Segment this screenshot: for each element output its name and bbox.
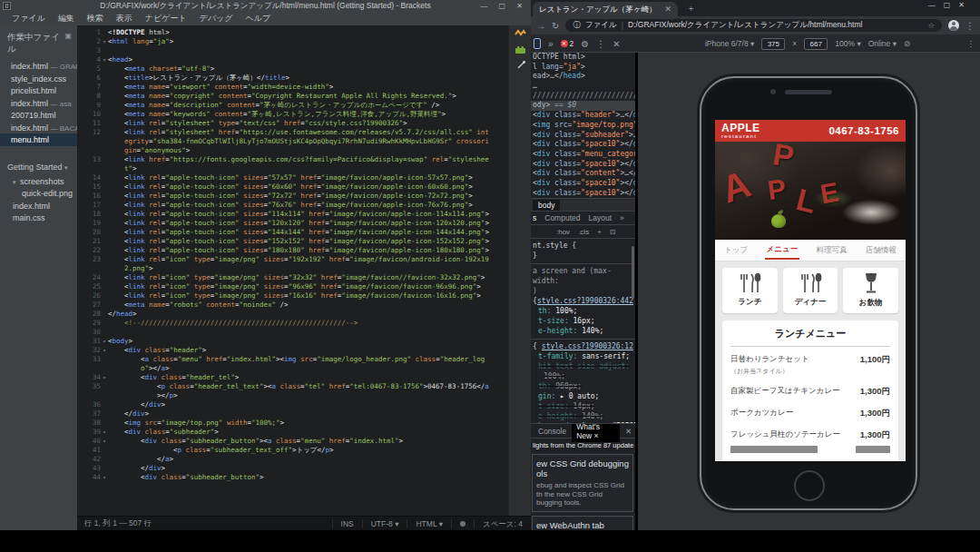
nav-tab-0[interactable]: トップ: [722, 242, 750, 259]
dom-tree-row[interactable]: OCTYPE html>: [531, 53, 635, 63]
split-view-icon[interactable]: ▣: [64, 32, 72, 55]
brackets-titlebar[interactable]: [] D:/GRAFIX/work/クライアント/レストランアップル/html/…: [0, 0, 531, 12]
css-property[interactable]: e-height: 140%;: [531, 411, 635, 421]
styles-filter-token[interactable]: :hov: [556, 228, 570, 236]
tab-styles[interactable]: s: [533, 213, 536, 222]
nav-tab-2[interactable]: 料理写真: [815, 242, 849, 259]
tab-computed[interactable]: Computed: [544, 213, 580, 222]
code-editor[interactable]: 1<!DOCTYPE html>2▾<html lang="ja">3 4▾<h…: [77, 25, 508, 516]
working-file-item[interactable]: index.html — GRAFI: [0, 60, 77, 73]
profile-avatar[interactable]: [948, 20, 959, 31]
tree-item-index.html[interactable]: index.html: [0, 200, 77, 212]
breadcrumb-body[interactable]: body: [533, 200, 560, 211]
more-tabs-icon[interactable]: »: [548, 39, 554, 49]
fold-marker-icon[interactable]: ▾: [101, 473, 108, 482]
dom-tree-row[interactable]: <div class="space10"></div>: [531, 160, 635, 170]
indent-setting[interactable]: スペース: 4: [474, 519, 531, 528]
whats-new-card[interactable]: ew WebAuthn tabulate authenticators and: [532, 516, 633, 531]
dom-tree-row[interactable]: <div class="space10"></div>: [531, 179, 635, 189]
dom-tree-row[interactable]: <div class="content">…</div>: [531, 169, 635, 179]
dom-tree-row[interactable]: <div class="subheader">…</div: [531, 131, 635, 141]
tree-item-main.css[interactable]: main.css: [0, 212, 77, 224]
menubar-item-デバッグ[interactable]: デバッグ: [193, 12, 240, 25]
network-throttle-select[interactable]: Online ▾: [868, 39, 897, 48]
menubar-item-編集[interactable]: 編集: [52, 12, 81, 25]
tab-close-icon[interactable]: ✕: [664, 2, 671, 16]
nav-tab-1[interactable]: メニュー: [765, 241, 800, 260]
stylesheet-link[interactable]: style.css?19900326:12: [542, 341, 633, 351]
menubar-item-検索[interactable]: 検索: [81, 12, 110, 25]
nav-tab-3[interactable]: 店舗情報: [864, 242, 898, 259]
browser-tab[interactable]: レストラン・アップル（茅ヶ崎） ✕: [533, 2, 678, 16]
tabs-overflow-icon[interactable]: »: [620, 213, 624, 222]
css-property[interactable]: e-height: 140%;: [531, 326, 635, 336]
category-card-ランチ[interactable]: ランチ: [722, 268, 778, 313]
styles-filter-token[interactable]: ⊡: [610, 228, 616, 236]
omnibox[interactable]: ⓘ ファイル | D:/GRAFIX/work/クライアント/レストランアップル…: [565, 19, 942, 32]
chrome-menu-icon[interactable]: ⋮: [965, 21, 975, 31]
dom-tree-row[interactable]: ead>…</head>: [531, 72, 635, 82]
category-card-ディナー[interactable]: ディナー: [783, 268, 838, 313]
viewport-height-input[interactable]: 667: [804, 38, 828, 50]
fold-marker-icon[interactable]: ▾: [101, 373, 108, 382]
devtools-menu-icon[interactable]: ⋮: [596, 39, 605, 49]
viewport-width-input[interactable]: 375: [761, 38, 785, 50]
lint-status-icon[interactable]: [451, 519, 474, 528]
fold-marker-icon[interactable]: ▾: [101, 337, 108, 346]
fold-marker-icon[interactable]: ▾: [101, 428, 108, 437]
reload-icon[interactable]: ↻: [552, 21, 559, 31]
fold-marker-icon[interactable]: ▾: [101, 437, 108, 446]
project-dropdown[interactable]: Getting Started ▾: [0, 159, 77, 175]
menubar-item-表示[interactable]: 表示: [110, 12, 139, 25]
settings-gear-icon[interactable]: ⚙: [581, 39, 589, 49]
language-mode-select[interactable]: HTML ▾: [407, 519, 450, 528]
info-icon[interactable]: ⓘ: [573, 20, 581, 31]
dom-tree-row[interactable]: /////////////////////////////////: [531, 92, 635, 102]
tree-item-quick-edit.png[interactable]: quick-edit.png: [0, 187, 77, 200]
working-file-item[interactable]: index.html — BACA: [0, 122, 77, 134]
menubar-item-ナビゲート[interactable]: ナビゲート: [139, 12, 193, 25]
forward-icon[interactable]: →: [536, 21, 545, 31]
working-file-item[interactable]: pricelist.html: [0, 84, 77, 97]
css-property[interactable]: th: 960px;: [531, 381, 635, 391]
drawer-close-icon[interactable]: ✕: [625, 427, 635, 436]
dom-tree-row[interactable]: ody> == $0: [531, 101, 635, 111]
dom-tree-row[interactable]: <div class="menu_category">…<: [531, 150, 635, 160]
css-property[interactable]: th: 100%;: [531, 306, 635, 316]
css-property[interactable]: t-size: 14px;: [531, 401, 635, 411]
bookmark-star-icon[interactable]: ☆: [927, 21, 935, 30]
dom-tree-row[interactable]: <img src="image/top.png" widt: [531, 121, 635, 131]
brackets-window-controls[interactable]: — ▢ ✕: [480, 0, 527, 12]
dom-tree-row[interactable]: <div class="space10"></div>: [531, 140, 635, 150]
css-property[interactable]: kit-text-size-adjust:: [531, 361, 635, 371]
dom-tree-row[interactable]: l lang="ja">: [531, 63, 635, 73]
toggle-device-toolbar-icon[interactable]: [534, 38, 541, 49]
css-property[interactable]: t-family: sans-serif;: [531, 351, 635, 361]
menubar-item-ファイル[interactable]: ファイル: [5, 12, 52, 25]
css-property[interactable]: 100%;: [531, 371, 635, 381]
tab-whats-new[interactable]: What's New ×: [572, 423, 620, 442]
devtools-close-icon[interactable]: ✕: [612, 39, 620, 49]
working-file-item[interactable]: index.html — asa: [0, 97, 77, 110]
dom-tree-row[interactable]: …: [531, 82, 635, 92]
site-logo[interactable]: APPLE restaurant: [721, 123, 760, 139]
fold-marker-icon[interactable]: ▾: [101, 55, 108, 64]
dom-tree-row[interactable]: <div class="header">…</div>: [531, 111, 635, 121]
styles-filter-token[interactable]: +: [597, 228, 602, 236]
tab-console[interactable]: Console: [538, 427, 566, 436]
device-select[interactable]: iPhone 6/7/8 ▾: [705, 39, 754, 48]
tree-item-screenshots[interactable]: ▾ screenshots: [0, 175, 77, 188]
menubar-item-ヘルプ[interactable]: ヘルプ: [240, 12, 278, 25]
css-property[interactable]: gin: ▸ 0 auto;: [531, 391, 635, 401]
styles-scrollbar[interactable]: [632, 246, 634, 299]
extension-manager-icon[interactable]: [509, 42, 532, 58]
category-card-お飲物[interactable]: お飲物: [843, 268, 898, 313]
css-property[interactable]: t-size: 16px;: [531, 316, 635, 326]
magic-wand-icon[interactable]: [509, 58, 532, 74]
tab-layout[interactable]: Layout: [588, 213, 612, 222]
insert-mode-indicator[interactable]: INS: [332, 519, 362, 528]
working-file-item[interactable]: style_index.css: [0, 73, 77, 85]
live-preview-icon[interactable]: [509, 25, 532, 42]
fold-marker-icon[interactable]: ▾: [101, 346, 108, 355]
new-tab-button[interactable]: ＋: [687, 3, 695, 15]
